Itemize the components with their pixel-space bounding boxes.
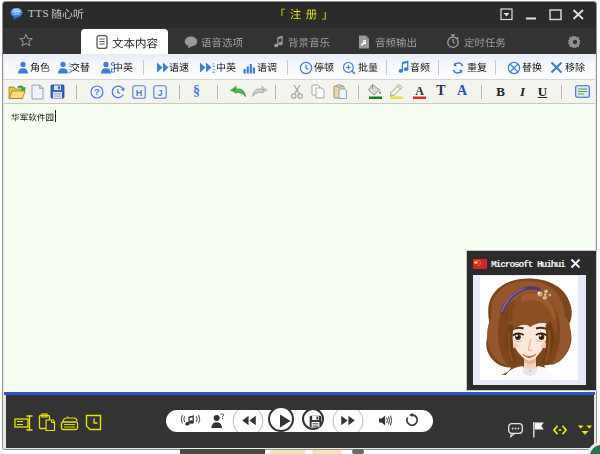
svg-text:H: H bbox=[136, 88, 143, 98]
svg-text:A: A bbox=[415, 84, 424, 98]
svg-text:?: ? bbox=[94, 86, 100, 97]
svg-text:J: J bbox=[157, 88, 162, 98]
svg-text:2: 2 bbox=[212, 68, 215, 73]
